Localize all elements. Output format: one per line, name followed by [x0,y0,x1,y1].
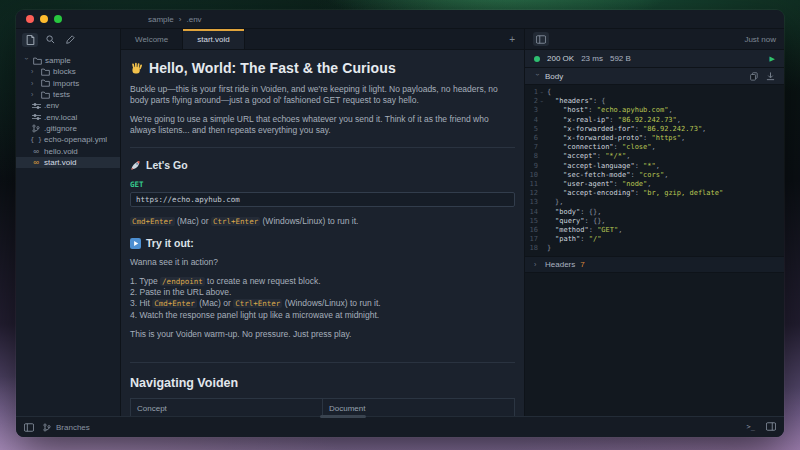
body-section-header[interactable]: › Body [525,68,784,85]
new-file-button[interactable] [62,33,78,47]
infinity-icon: ∞ [33,147,39,156]
breadcrumb-separator-icon: › [179,15,182,24]
fold-chevron-icon[interactable]: › [538,88,547,97]
fold-gutter [538,189,547,198]
text-run: "user-agent" [563,180,614,188]
copy-icon[interactable] [750,72,758,81]
json-line: 6"x-forwarded-proto": "https", [525,134,784,143]
tree-item-start-void[interactable]: ∞start.void [16,157,120,168]
text-run: : [614,180,622,188]
tree-item-hello-void[interactable]: ∞hello.void [16,145,120,156]
sidebar: ›sample›blocks›imports›tests.env.env.loc… [16,29,121,416]
tree-item--gitignore[interactable]: .gitignore [16,123,120,134]
horizontal-scrollbar-thumb[interactable] [320,415,366,418]
table-header-concept: Concept [131,398,323,416]
tab-welcome[interactable]: Welcome [121,29,183,49]
run-request-button[interactable]: ▶ [770,55,775,63]
text-run: "path" [555,235,580,243]
document-title: Hello, World: The Fast & the Curious [130,60,515,76]
text-run: "86.92.242.73" [618,116,677,124]
fold-gutter [538,217,547,226]
url-input[interactable] [132,195,513,204]
tree-item-label: echo-openapi.yml [44,135,107,144]
line-number: 11 [525,180,538,189]
line-number: 7 [525,143,538,152]
tree-item-sample[interactable]: ›sample [16,55,120,66]
split-panel-icon [536,35,546,44]
text-run: , [656,162,660,170]
response-size: 592 B [610,54,631,63]
fold-gutter [538,198,547,207]
tree-item--env-local[interactable]: .env.local [16,111,120,122]
text-run: "sec-fetch-mode" [563,171,630,179]
fold-gutter [538,180,547,189]
json-line: 2›"headers": { [525,97,784,106]
text-run: "query" [555,217,585,225]
json-line: 1›{ [525,88,784,97]
inline-code: Cmd+Enter [152,299,197,308]
chevron-down-icon: › [23,58,30,64]
tree-item-label: start.void [44,158,76,167]
text-run: , [668,106,672,114]
line-number: 2 [525,97,538,106]
headers-section-header[interactable]: › Headers 7 [525,256,784,273]
inline-code: Ctrl+Enter [233,299,282,308]
outro-paragraph: This is your Voiden warm-up. No pressure… [130,329,515,340]
fold-gutter [538,125,547,134]
step-item: Paste in the URL above. [130,287,515,298]
text-run: : [597,152,605,160]
try-it-out-heading: Try it out: [130,237,515,249]
line-number: 16 [525,226,538,235]
tab-label: start.void [197,35,229,44]
close-window-button[interactable] [26,15,34,23]
line-number: 15 [525,217,538,226]
breadcrumb-file[interactable]: .env [186,15,201,24]
tab-start-void[interactable]: start.void [183,29,244,49]
text-run: "*" [643,162,656,170]
response-body-json: 1›{2›"headers": {3"host": "echo.apyhub.c… [525,85,784,256]
tree-item-echo-openapi-yml[interactable]: { }echo-openapi.yml [16,134,120,145]
download-icon[interactable] [766,72,775,81]
chevron-right-icon: › [534,261,540,268]
tree-item-tests[interactable]: ›tests [16,89,120,100]
text-run: "connection" [563,143,614,151]
terminal-button[interactable]: >_ [747,423,755,431]
response-duration: 23 ms [581,54,603,63]
json-line: 4"x-real-ip": "86.92.242.73", [525,116,784,125]
text-run: "cors" [639,171,664,179]
zoom-window-button[interactable] [54,15,62,23]
text-run: Watch the response panel light up like a… [139,310,379,320]
files-explorer-button[interactable] [22,33,38,47]
json-line: 7"connection": "close", [525,143,784,152]
tree-item-blocks[interactable]: ›blocks [16,66,120,77]
intro-paragraph-1: Buckle up—this is your first ride in Voi… [130,84,515,106]
breadcrumb-project[interactable]: sample [148,15,174,24]
toggle-sidebar-button[interactable] [24,423,34,432]
new-tab-button[interactable]: + [500,29,524,49]
branches-button[interactable]: Branches [43,423,90,432]
text-run: : [609,116,617,124]
step-item: Watch the response panel light up like a… [130,310,515,321]
split-panel-button[interactable] [533,32,549,46]
minimize-window-button[interactable] [40,15,48,23]
fold-chevron-icon[interactable]: › [538,97,547,106]
text-run: "/" [589,235,602,243]
text-run: } [547,244,551,252]
navigating-heading: Navigating Voiden [130,376,515,390]
url-input-box [130,192,515,207]
sliders-icon [32,113,41,121]
tree-item--env[interactable]: .env [16,100,120,111]
headers-section-label: Headers [545,260,575,269]
fold-gutter [538,106,547,115]
response-panel-header: Just now [525,29,784,50]
play-emoji-icon [130,238,141,249]
text-run: }, [555,198,563,206]
chevron-right-icon: › [31,68,37,75]
search-button[interactable] [42,33,58,47]
try-intro: Wanna see it in action? [130,257,515,268]
text-run: , [652,143,656,151]
tree-item-imports[interactable]: ›imports [16,78,120,89]
breadcrumb: sample › .env [148,15,202,24]
toggle-panel-button[interactable] [766,422,776,433]
text-run: "close" [622,143,652,151]
